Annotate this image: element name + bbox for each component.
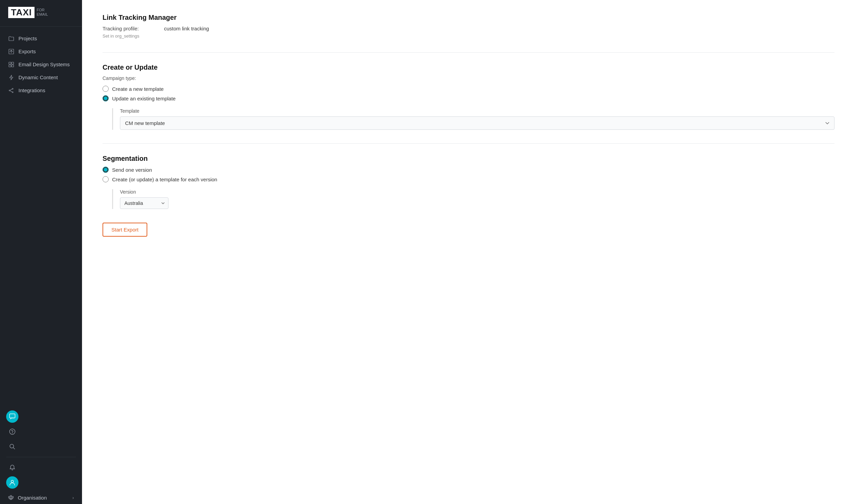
version-field-label: Version [120,189,834,195]
tracking-profile-row: Tracking profile: custom link tracking [103,26,834,31]
logo-taxi-text: TAXI [8,7,35,18]
send-one-radio[interactable] [103,167,109,173]
sidebar-item-label: Email Design Systems [18,61,70,67]
help-icon-btn[interactable] [6,425,18,438]
template-indent-section: Template CM new template Another templat… [112,108,834,130]
segmentation-title: Segmentation [103,155,834,163]
template-select[interactable]: CM new template Another template [120,116,834,130]
org-arrow-icon: › [72,495,74,500]
segmentation-section: Segmentation Send one version Create (or… [103,155,834,209]
org-label: Organisation [18,495,47,501]
user-icon-btn[interactable] [6,476,18,489]
divider-1 [103,52,834,53]
update-existing-radio[interactable] [103,95,109,101]
create-new-label: Create a new template [112,86,164,92]
sidebar-bottom-icons [0,408,82,491]
nav-section: Projects Exports Email Des [0,27,82,408]
create-new-radio[interactable] [103,86,109,92]
tracking-sub-label: Set in org_settings [103,33,834,39]
send-one-radio-label[interactable]: Send one version [103,167,834,173]
sidebar-item-label: Projects [18,36,37,41]
svg-rect-1 [9,62,11,64]
send-one-label: Send one version [112,167,152,173]
sidebar-divider [6,457,76,457]
template-field-label: Template [120,108,834,114]
svg-rect-8 [10,414,15,418]
upload-icon [8,48,14,55]
version-indent-section: Version Australia United Kingdom United … [112,189,834,209]
svg-point-6 [9,90,10,91]
update-existing-radio-label[interactable]: Update an existing template [103,95,834,101]
link-tracking-title: Link Tracking Manager [103,14,834,22]
link-tracking-section: Link Tracking Manager Tracking profile: … [103,14,834,39]
svg-rect-4 [12,65,14,67]
divider-2 [103,143,834,144]
sidebar-item-projects[interactable]: Projects [0,32,82,45]
create-each-label: Create (or update) a template for each v… [112,177,217,182]
sidebar-item-exports[interactable]: Exports [0,45,82,58]
create-or-update-section: Create or Update Campaign type: Create a… [103,64,834,130]
bolt-icon [8,74,14,81]
svg-rect-13 [9,496,10,498]
logo: TAXI FOR EMAIL [8,7,48,18]
version-select[interactable]: Australia United Kingdom United States [120,197,168,209]
grid-icon [8,61,14,68]
svg-point-9 [10,429,15,434]
tracking-profile-label: Tracking profile: [103,26,157,31]
sidebar-item-label: Exports [18,48,36,54]
export-button-container: Start Export [103,223,834,237]
svg-point-5 [12,88,13,89]
campaign-type-label: Campaign type: [103,75,834,81]
create-new-radio-label[interactable]: Create a new template [103,86,834,92]
bell-icon-btn[interactable] [6,461,18,474]
sidebar-item-organisation[interactable]: Organisation › [0,491,82,504]
sidebar: TAXI FOR EMAIL Projects [0,0,82,504]
create-each-radio-label[interactable]: Create (or update) a template for each v… [103,176,834,182]
svg-point-12 [11,480,14,483]
create-each-radio[interactable] [103,176,109,182]
sidebar-item-label: Dynamic Content [18,74,58,80]
tracking-profile-value: custom link tracking [164,26,209,31]
svg-point-11 [10,444,14,448]
start-export-button[interactable]: Start Export [103,223,147,237]
folder-icon [8,36,14,42]
svg-rect-14 [10,495,12,497]
svg-point-10 [12,433,13,434]
main-content: Link Tracking Manager Tracking profile: … [82,0,855,504]
org-icon [8,495,14,501]
svg-rect-2 [12,62,14,64]
logo-subtitle: FOR EMAIL [37,8,48,17]
update-existing-label: Update an existing template [112,96,176,101]
sidebar-item-dynamic-content[interactable]: Dynamic Content [0,71,82,84]
create-or-update-title: Create or Update [103,64,834,71]
sidebar-item-label: Integrations [18,87,45,93]
campaign-type-radio-group: Create a new template Update an existing… [103,86,834,101]
sidebar-item-email-design-systems[interactable]: Email Design Systems [0,58,82,71]
svg-rect-3 [9,65,11,67]
svg-point-7 [12,92,13,93]
svg-rect-15 [12,496,13,498]
logo-area: TAXI FOR EMAIL [0,0,82,27]
chat-icon-btn[interactable] [6,410,18,423]
share-icon [8,87,14,94]
segmentation-radio-group: Send one version Create (or update) a te… [103,167,834,182]
search-icon-btn[interactable] [6,440,18,453]
sidebar-item-integrations[interactable]: Integrations [0,84,82,97]
